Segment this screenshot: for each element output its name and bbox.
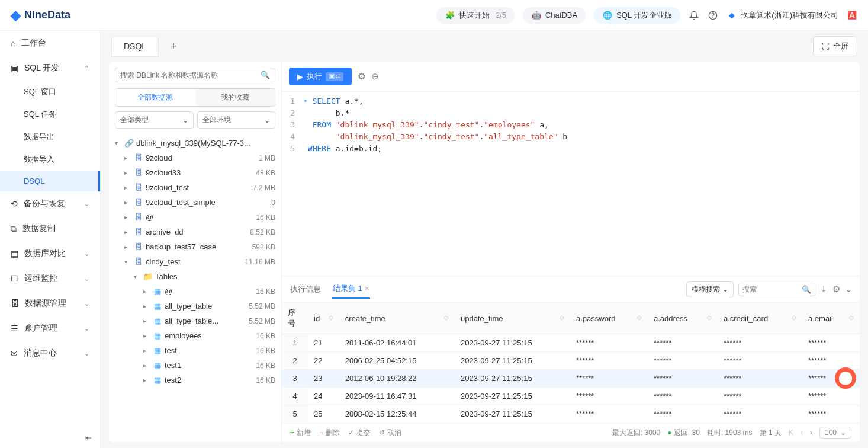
sort-icon[interactable]: ◇ — [707, 314, 712, 321]
cancel-button[interactable]: 取消 — [379, 428, 401, 438]
submit-button[interactable]: 提交 — [348, 428, 371, 438]
tree-node[interactable]: ▸▦all_type_table5.52 MB — [109, 299, 281, 313]
sort-icon[interactable]: ◇ — [849, 314, 854, 321]
tree-node[interactable]: ▸▦test216 KB — [109, 373, 281, 388]
page-prev[interactable]: ‹ — [801, 428, 803, 437]
tree-search[interactable]: 🔍 — [115, 68, 275, 82]
nav-ops-monitor[interactable]: ☐运维监控⌄ — [0, 266, 100, 291]
column-header[interactable]: create_time◇ — [339, 303, 455, 334]
table-row[interactable]: 1212011-06-02 16:44:012023-09-27 11:25:1… — [282, 334, 860, 352]
support-avatar[interactable] — [835, 367, 856, 389]
tree-node[interactable]: ▸▦test16 KB — [109, 343, 281, 358]
nav-db-compare[interactable]: ▤数据库对比⌄ — [0, 241, 100, 266]
tab-result-set[interactable]: 结果集 1× — [332, 280, 370, 299]
nav-workbench[interactable]: ⌂工作台 — [0, 31, 100, 56]
sort-icon[interactable]: ◇ — [792, 314, 796, 321]
db-icon: 🗄 — [134, 168, 143, 177]
nav-message-center[interactable]: ✉消息中心⌄ — [0, 341, 100, 366]
tree-node[interactable]: ▸▦employees16 KB — [109, 328, 281, 343]
search-icon[interactable]: 🔍 — [802, 285, 811, 294]
tree-node[interactable]: ▸▦@16 KB — [109, 284, 281, 299]
tree-node[interactable]: ▸▦all_type_table...5.52 MB — [109, 313, 281, 328]
tree-node-size: 11.16 MB — [245, 258, 275, 266]
delete-row-button[interactable]: 删除 — [319, 428, 340, 438]
result-search[interactable]: 🔍 — [738, 283, 815, 296]
column-header[interactable]: 序号 — [282, 303, 308, 334]
nav-sql-task[interactable]: SQL 任务 — [0, 103, 100, 126]
table-row[interactable]: 3232012-06-10 19:28:222023-09-27 11:25:1… — [282, 370, 860, 388]
tree-node[interactable]: ▸🗄9zcloud3348 KB — [109, 165, 281, 180]
export-icon[interactable]: ⤓ — [820, 284, 828, 295]
column-header[interactable]: id◇ — [308, 303, 339, 334]
chatdba-pill[interactable]: 🤖 ChatDBA — [523, 7, 586, 24]
column-header[interactable]: update_time◇ — [455, 303, 570, 334]
quickstart-pill[interactable]: 🧩 快速开始 2/5 — [436, 7, 515, 24]
tree-tab-all[interactable]: 全部数据源 — [115, 89, 195, 106]
nav-account-mgmt[interactable]: ☰账户管理⌄ — [0, 316, 100, 341]
sidebar-collapse[interactable]: ⇤ — [0, 427, 100, 448]
sql-edition-pill[interactable]: 🌐 SQL 开发企业版 — [594, 7, 680, 24]
tab-add-button[interactable]: + — [163, 36, 184, 56]
language-icon[interactable]: 🅰️ — [847, 10, 857, 21]
column-header[interactable]: a.email◇ — [802, 303, 860, 334]
settings-icon[interactable]: ⚙ — [358, 71, 365, 82]
tree-node[interactable]: ▸🗄9zcloud1 MB — [109, 151, 281, 165]
chevron-down-icon[interactable]: ⌄ — [845, 284, 853, 295]
sql-code[interactable]: • SELECT a.*, b.* FROM "dblink_mysql_339… — [298, 92, 860, 276]
nav-sql-dev[interactable]: ▣SQL 开发⌃ — [0, 56, 100, 81]
add-row-button[interactable]: 新增 — [290, 428, 311, 438]
nav-replication[interactable]: ⧉数据复制 — [0, 216, 100, 241]
select-type[interactable]: 全部类型⌄ — [115, 111, 194, 129]
sort-icon[interactable]: ◇ — [444, 314, 449, 321]
search-icon[interactable]: 🔍 — [261, 71, 270, 79]
table-row[interactable]: 2222006-02-25 04:52:152023-09-27 11:25:1… — [282, 352, 860, 370]
result-search-input[interactable] — [742, 285, 802, 293]
nav-backup[interactable]: ⟲备份与恢复⌄ — [0, 191, 100, 216]
bell-icon[interactable] — [689, 10, 699, 21]
page-next[interactable]: › — [810, 428, 812, 437]
table-row[interactable]: 5252008-02-15 12:25:442023-09-27 11:25:1… — [282, 405, 860, 423]
table-row[interactable]: 4242023-09-11 16:47:312023-09-27 11:25:1… — [282, 388, 860, 405]
column-header[interactable]: a.credit_card◇ — [718, 303, 802, 334]
page-first[interactable]: K — [789, 428, 793, 437]
tree-node-label: @ — [165, 287, 172, 296]
tab-exec-info[interactable]: 执行信息 — [289, 280, 322, 298]
chevron-down-icon: ⌄ — [84, 250, 89, 258]
fullscreen-button[interactable]: ⛶ 全屏 — [813, 36, 857, 56]
tree-node[interactable]: ▾🗄cindy_test11.16 MB — [109, 254, 281, 269]
select-env[interactable]: 全部环境⌄ — [197, 111, 276, 129]
tree-node[interactable]: ▸🗄backup_test57_case592 KB — [109, 239, 281, 254]
help-icon[interactable] — [708, 10, 718, 21]
nav-data-export[interactable]: 数据导出 — [0, 126, 100, 148]
tree-node[interactable]: ▸▦test116 KB — [109, 358, 281, 373]
nav-data-import[interactable]: 数据导入 — [0, 148, 100, 171]
tree-node[interactable]: ▸🗄@16 KB — [109, 210, 281, 225]
close-icon[interactable]: × — [365, 284, 369, 293]
tree-search-input[interactable] — [120, 71, 261, 79]
nav-datasource-mgmt[interactable]: 🗄数据源管理⌄ — [0, 291, 100, 316]
tree-node[interactable]: ▸🗄9zcloud_test7.2 MB — [109, 180, 281, 195]
sort-icon[interactable]: ◇ — [560, 314, 564, 321]
brand-logo[interactable]: ◆ NineData — [11, 8, 70, 23]
run-button[interactable]: ▶ 执行 ⌘⏎ — [289, 68, 352, 85]
minus-circle-icon[interactable]: ⊖ — [371, 71, 379, 82]
org-selector[interactable]: ◆ 玖章算术(浙江)科技有限公司 — [726, 10, 838, 21]
search-mode-select[interactable]: 模糊搜索⌄ — [686, 281, 734, 297]
gear-icon[interactable]: ⚙ — [832, 284, 840, 295]
page-indicator: 第 1 页 — [760, 428, 782, 438]
nav-dsql[interactable]: DSQL — [0, 171, 100, 191]
column-header[interactable]: a.password◇ — [570, 303, 648, 334]
sort-icon[interactable]: ◇ — [329, 314, 333, 321]
tree-root[interactable]: ▾ 🔗 dblink_mysql_339(MySQL-77-3... — [109, 136, 281, 151]
column-header[interactable]: a.address◇ — [648, 303, 718, 334]
sort-icon[interactable]: ◇ — [637, 314, 642, 321]
nav-sql-window[interactable]: SQL 窗口 — [0, 81, 100, 103]
sql-editor[interactable]: 12345 • SELECT a.*, b.* FROM "dblink_mys… — [282, 92, 860, 276]
db-icon: 🗄 — [134, 242, 143, 251]
tab-dsql[interactable]: DSQL — [111, 36, 159, 57]
tree-node[interactable]: ▾📁Tables — [109, 269, 281, 284]
tree-node[interactable]: ▸🗄9zcloud_test_simple0 — [109, 195, 281, 210]
tree-tab-fav[interactable]: 我的收藏 — [195, 89, 275, 106]
tree-node[interactable]: ▸🗄archive_dd8.52 KB — [109, 225, 281, 239]
page-size-select[interactable]: 100⌄ — [819, 427, 851, 439]
